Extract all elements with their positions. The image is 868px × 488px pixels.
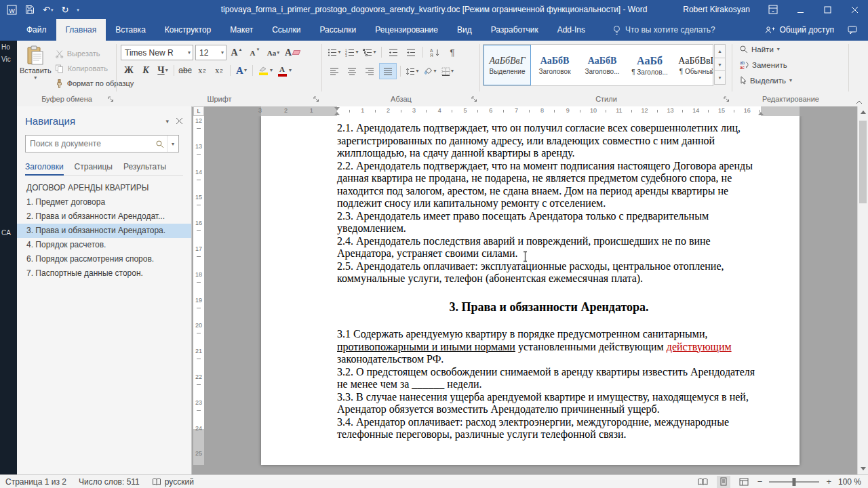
justify-button[interactable] bbox=[379, 63, 397, 79]
clear-formatting-button[interactable]: А bbox=[283, 45, 301, 60]
font-color-button[interactable]: А ▾ bbox=[275, 63, 293, 78]
maximize-button[interactable] bbox=[814, 0, 841, 19]
hanging-indent-marker[interactable] bbox=[334, 112, 340, 115]
styles-scroll-up-button[interactable]: ▲ bbox=[714, 44, 726, 58]
document-paragraph[interactable]: 3.2. О предстоящем освобождении снимаемо… bbox=[337, 366, 761, 391]
comments-button[interactable] bbox=[848, 26, 857, 35]
highlight-color-button[interactable]: ▾ bbox=[256, 63, 274, 78]
font-size-combo[interactable]: 12▾ bbox=[195, 45, 226, 60]
minimize-button[interactable] bbox=[787, 0, 814, 19]
sort-button[interactable]: АЯ bbox=[427, 45, 443, 60]
tab-Разработчик[interactable]: Разработчик bbox=[481, 19, 548, 41]
style-item[interactable]: АаБбВЗаголовок bbox=[531, 45, 578, 85]
document-paragraph[interactable]: 2.5. Арендодатель оплачивает: эксплуатац… bbox=[337, 260, 761, 285]
zoom-level[interactable]: 100 % bbox=[838, 477, 861, 487]
italic-button[interactable]: К bbox=[138, 63, 154, 78]
collapse-ribbon-button[interactable] bbox=[856, 100, 863, 104]
tell-me-box[interactable]: Что вы хотите сделать? bbox=[612, 19, 715, 41]
undo-button[interactable]: ↶▾ bbox=[43, 5, 53, 14]
shading-button[interactable]: ▾ bbox=[422, 64, 438, 79]
nav-heading-item[interactable]: 3. Права и обязанности Арендатора. bbox=[17, 224, 191, 238]
document-paragraph[interactable]: 2.3. Арендодатель имеет право посещать А… bbox=[337, 210, 761, 235]
nav-heading-item[interactable]: 1. Предмет договора bbox=[17, 195, 191, 209]
redo-button[interactable]: ↻ bbox=[61, 5, 68, 14]
nav-tab-Страницы[interactable]: Страницы bbox=[75, 162, 113, 175]
search-input[interactable] bbox=[26, 138, 152, 149]
ribbon-display-options-button[interactable] bbox=[760, 0, 787, 19]
document-paragraph[interactable]: 2.1. Арендодатель подтверждает, что он п… bbox=[337, 122, 761, 160]
account-name[interactable]: Robert Kirakosyan bbox=[683, 5, 750, 14]
tab-Файл[interactable]: Файл bbox=[17, 19, 56, 41]
share-button[interactable]: Общий доступ bbox=[765, 25, 834, 35]
vertical-ruler[interactable]: 1213141516171819202122232425 bbox=[193, 116, 204, 474]
paragraph-dialog-launcher-icon[interactable] bbox=[471, 96, 477, 102]
decrease-indent-button[interactable] bbox=[385, 45, 401, 60]
document-paragraph[interactable]: 2.4. Арендодатель последствия аварий и п… bbox=[337, 235, 761, 260]
navigation-options-dropdown[interactable]: ▾ bbox=[159, 118, 176, 125]
tab-Рассылки[interactable]: Рассылки bbox=[310, 19, 366, 41]
align-right-button[interactable] bbox=[361, 64, 378, 79]
align-center-button[interactable] bbox=[344, 64, 360, 79]
print-layout-button[interactable] bbox=[717, 476, 730, 488]
horizontal-ruler[interactable]: 32112345678910111213141516 bbox=[204, 106, 857, 116]
nav-heading-item[interactable]: 4. Порядок расчетов. bbox=[17, 238, 191, 252]
tab-Вставка[interactable]: Вставка bbox=[106, 19, 155, 41]
first-line-indent-marker[interactable] bbox=[334, 107, 340, 110]
nav-tab-Результаты[interactable]: Результаты bbox=[123, 162, 166, 175]
word-count-indicator[interactable]: Число слов: 511 bbox=[79, 477, 140, 487]
text-effects-button[interactable]: А▾ bbox=[233, 63, 250, 78]
tab-Макет[interactable]: Макет bbox=[220, 19, 262, 41]
zoom-slider-thumb[interactable] bbox=[793, 478, 796, 486]
style-item[interactable]: АаБб¶ Заголов... bbox=[626, 45, 673, 85]
document-heading[interactable]: 3. Права и обязанности Арендатора. bbox=[337, 301, 761, 314]
numbering-button[interactable]: 123 ▾ bbox=[344, 45, 360, 60]
document-paragraph[interactable]: 2.2. Арендодатель подтверждает, что на м… bbox=[337, 160, 761, 210]
scrollbar-thumb[interactable] bbox=[859, 121, 867, 203]
tab-Вид[interactable]: Вид bbox=[448, 19, 481, 41]
save-button[interactable] bbox=[25, 5, 35, 14]
bold-button[interactable]: Ж bbox=[121, 63, 137, 78]
nav-tab-Заголовки[interactable]: Заголовки bbox=[25, 162, 64, 176]
find-button[interactable]: Найти ▾ bbox=[732, 42, 849, 56]
scroll-down-arrow[interactable] bbox=[858, 463, 868, 474]
tab-Ссылки[interactable]: Ссылки bbox=[262, 19, 310, 41]
tab-Add-Ins[interactable]: Add-Ins bbox=[548, 19, 595, 41]
subscript-button[interactable]: x2 bbox=[194, 63, 210, 78]
strikethrough-button[interactable]: abc bbox=[177, 63, 193, 78]
vertical-scrollbar[interactable] bbox=[857, 106, 868, 474]
paste-button[interactable]: Вставить ▾ bbox=[20, 43, 52, 89]
align-left-button[interactable] bbox=[326, 64, 342, 79]
tab-stop-selector[interactable]: L bbox=[193, 106, 204, 116]
nav-heading-item[interactable]: 7. Паспортные данные сторон. bbox=[17, 266, 191, 281]
font-name-combo[interactable]: Times New R▾ bbox=[121, 45, 193, 60]
read-mode-button[interactable] bbox=[696, 476, 710, 488]
styles-more-button[interactable]: ▾ bbox=[714, 71, 726, 85]
search-options-dropdown[interactable]: ▾ bbox=[167, 136, 178, 152]
clipboard-dialog-launcher-icon[interactable] bbox=[108, 96, 114, 102]
underline-button[interactable]: Ч▾ bbox=[155, 63, 171, 78]
style-item[interactable]: АаБбВЗаголово... bbox=[578, 45, 626, 85]
right-indent-marker[interactable] bbox=[758, 112, 764, 115]
navigation-close-button[interactable] bbox=[176, 117, 183, 125]
bullets-button[interactable]: ▾ bbox=[326, 45, 342, 60]
select-button[interactable]: Выделить ▾ bbox=[732, 73, 849, 87]
document-page[interactable]: 2.1. Арендодатель подтверждает, что он п… bbox=[261, 116, 800, 465]
nav-heading-item[interactable]: 6. Порядок рассмотрения споров. bbox=[17, 252, 191, 266]
zoom-in-button[interactable]: + bbox=[826, 476, 831, 487]
tab-Конструктор[interactable]: Конструктор bbox=[155, 19, 220, 41]
grow-font-button[interactable]: А▲ bbox=[229, 45, 245, 60]
document-paragraph[interactable]: 3.1 Содержать арендуемую квартиру в поря… bbox=[337, 328, 761, 366]
page-count-indicator[interactable]: Страница 1 из 2 bbox=[5, 477, 66, 487]
borders-button[interactable]: ▾ bbox=[439, 64, 456, 79]
styles-dialog-launcher-icon[interactable] bbox=[724, 96, 730, 102]
word-app-icon[interactable]: W bbox=[7, 5, 17, 15]
nav-heading-item[interactable]: ДОГОВОР АРЕНДЫ КВАРТИРЫ bbox=[17, 181, 191, 195]
show-formatting-marks-button[interactable]: ¶ bbox=[444, 45, 460, 60]
customize-qat-button[interactable]: ▾ bbox=[77, 7, 79, 12]
nav-heading-item[interactable]: 2. Права и обязанности Арендодат... bbox=[17, 209, 191, 224]
superscript-button[interactable]: x2 bbox=[211, 63, 227, 78]
increase-indent-button[interactable] bbox=[403, 45, 419, 60]
multilevel-list-button[interactable]: ▾ bbox=[361, 45, 378, 60]
zoom-slider[interactable] bbox=[769, 477, 819, 487]
close-button[interactable] bbox=[841, 0, 868, 19]
